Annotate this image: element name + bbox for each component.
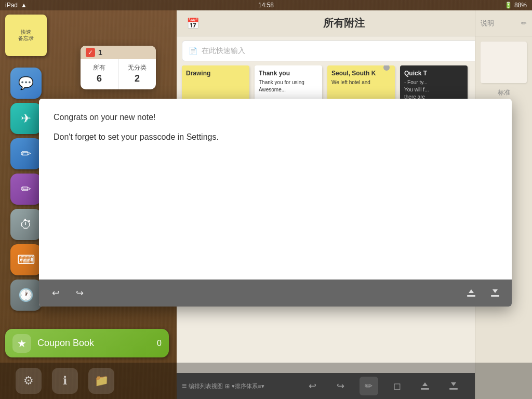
dock-folder-icon[interactable]: 📁 <box>88 368 114 394</box>
all-notes-count: 6 <box>97 73 102 84</box>
congrats-line2: Don't forget to set your passcode in Set… <box>54 131 497 143</box>
status-bar: iPad ▲ 14:58 🔋 88% <box>0 0 532 10</box>
quick-input-placeholder: 在此快速输入 <box>202 46 245 56</box>
battery-icon: 🔋 <box>504 2 512 9</box>
coupon-star-icon: ★ <box>12 334 31 353</box>
coupon-book-button[interactable]: ★ Coupon Book 0 <box>5 329 169 357</box>
desc-label: 说明 <box>481 19 494 28</box>
dock-info-icon[interactable]: ℹ <box>52 368 78 394</box>
uncategorized-option[interactable]: 无分类 2 <box>118 59 156 89</box>
all-notes-option[interactable]: 所有 6 <box>81 59 118 89</box>
coupon-book-count: 0 <box>157 339 162 348</box>
quick-input-doc-icon: 📄 <box>189 47 197 55</box>
svg-marker-7 <box>493 289 498 293</box>
wifi-icon: ▲ <box>21 2 27 9</box>
bottom-dock: ⚙ ℹ 📁 <box>0 363 532 399</box>
quick-notes-label: 快速备忘录 <box>18 29 34 42</box>
uncategorized-count: 2 <box>135 73 140 84</box>
app-icon-edit[interactable]: ✏ <box>10 138 42 169</box>
right-panel-header: 说明 ✏ <box>475 10 532 36</box>
modal-toolbar: ↩ ↪ <box>39 280 512 307</box>
category-dropdown[interactable]: ✓ 1 所有 6 无分类 2 <box>81 46 156 89</box>
modal-export-button[interactable] <box>486 284 504 302</box>
checkmark-icon: ✓ <box>86 48 95 57</box>
quick-notes-widget[interactable]: 快速备忘录 <box>5 15 47 56</box>
note-title-thankyou: Thank you <box>259 70 318 77</box>
app-icon-messages[interactable]: 💬 <box>10 68 42 99</box>
device-label: iPad <box>5 2 18 9</box>
notes-title: 所有附注 <box>207 16 481 30</box>
dropdown-header: ✓ 1 <box>81 46 156 59</box>
modal-import-button[interactable] <box>462 284 481 302</box>
modal-redo-button[interactable]: ↪ <box>70 284 89 302</box>
app-icon-plane[interactable]: ✈ <box>10 103 42 134</box>
note-thumbnail <box>481 42 527 83</box>
app-icon-clock[interactable]: 🕐 <box>10 280 42 311</box>
note-text-seoul: We left hotel and <box>331 79 391 86</box>
time-display: 14:58 <box>258 2 274 9</box>
congrats-line1: Congrats on your new note! <box>54 111 497 124</box>
modal-content: Congrats on your new note! Don't forget … <box>39 99 512 280</box>
svg-marker-5 <box>469 289 474 293</box>
note-title-seoul: Seoul, South K <box>331 70 391 77</box>
all-notes-label: 所有 <box>83 63 116 72</box>
uncategorized-label: 无分类 <box>121 63 154 72</box>
app-icon-gray[interactable]: ⏱ <box>10 209 42 240</box>
svg-rect-4 <box>467 295 475 297</box>
svg-rect-6 <box>491 295 499 297</box>
note-text-quickt: - Four ty...You will f...there are <box>404 79 463 101</box>
congrats-modal: Congrats on your new note! Don't forget … <box>39 99 512 307</box>
coupon-book-label: Coupon Book <box>37 338 157 349</box>
note-title-quickt: Quick T <box>404 70 463 77</box>
note-title-drawing: Drawing <box>186 70 245 77</box>
battery-level: 88% <box>514 2 527 9</box>
app-icon-purple[interactable]: ✏ <box>10 174 42 205</box>
calendar-icon[interactable]: 📅 <box>184 15 202 32</box>
dock-settings-icon[interactable]: ⚙ <box>16 368 42 394</box>
edit-icon[interactable]: ✏ <box>521 19 527 27</box>
app-icon-keyboard[interactable]: ⌨ <box>10 244 42 275</box>
modal-undo-button[interactable]: ↩ <box>46 284 65 302</box>
dropdown-num: 1 <box>98 48 102 57</box>
